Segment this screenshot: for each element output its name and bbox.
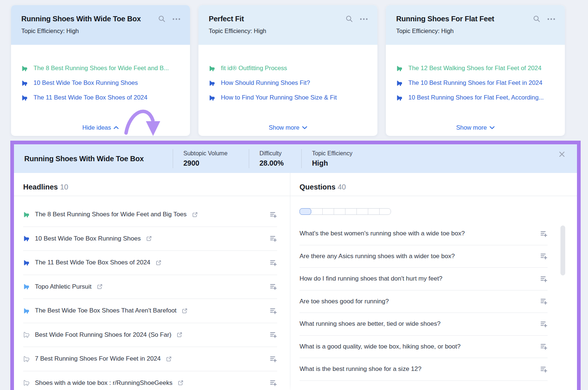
add-to-list-icon[interactable] — [540, 343, 548, 350]
megaphone-icon — [396, 65, 403, 72]
toggle-ideas-link[interactable]: Hide ideas — [82, 124, 119, 131]
add-to-list-icon[interactable] — [540, 230, 548, 238]
megaphone-icon — [21, 80, 28, 87]
annotation-arrow — [124, 104, 165, 142]
question-filters — [300, 208, 391, 215]
idea-item[interactable]: The 10 Best Running Shoes for Flat Feet … — [396, 79, 555, 87]
megaphone-icon — [209, 80, 216, 87]
topic-card-header: Running Shoes For Flat Feet Topic Effici… — [386, 5, 565, 45]
question-row[interactable]: What running shoes are better, tied or w… — [300, 313, 548, 336]
add-to-list-icon[interactable] — [269, 235, 277, 242]
add-to-list-icon[interactable] — [540, 320, 548, 328]
idea-item[interactable]: How Should Running Shoes Fit? — [209, 79, 368, 87]
chevron-down-icon — [302, 126, 307, 129]
topic-card-title: Perfect Fit — [209, 14, 244, 23]
toggle-ideas-link[interactable]: Show more — [456, 124, 494, 131]
question-filter-tab[interactable] — [368, 209, 380, 214]
questions-heading: Questions40 — [290, 173, 577, 196]
question-row[interactable]: What's the best women's running shoe wit… — [300, 223, 548, 245]
add-to-list-icon[interactable] — [269, 355, 277, 363]
headline-row[interactable]: 7 Best Running Shoes For Wide Feet in 20… — [23, 347, 277, 371]
headlines-list: The 8 Best Running Shoes for Wide Feet a… — [14, 196, 290, 390]
question-row[interactable]: How do I find running shoes that don't h… — [300, 268, 548, 290]
close-icon[interactable] — [556, 151, 568, 163]
megaphone-icon — [23, 283, 30, 290]
add-to-list-icon[interactable] — [269, 331, 277, 339]
question-row[interactable]: Are toe shoes good for running? — [300, 290, 548, 313]
idea-item[interactable]: fit id® Outfitting Process — [209, 65, 368, 72]
add-to-list-icon[interactable] — [540, 275, 548, 283]
headline-row[interactable]: Shoes with a wide toe box : r/RunningSho… — [23, 371, 277, 390]
add-to-list-icon[interactable] — [269, 307, 277, 315]
more-options-icon[interactable] — [547, 18, 555, 20]
idea-item[interactable]: How to Find Your Running Shoe Size & Fit — [209, 94, 368, 101]
question-text: How do I find running shoes that don't h… — [300, 275, 442, 282]
headline-row[interactable]: 10 Best Wide Toe Box Running Shoes — [23, 227, 277, 251]
topic-efficiency: Topic Efficiency: High — [396, 28, 555, 35]
topic-card: Running Shoes For Flat Feet Topic Effici… — [386, 5, 565, 136]
search-icon[interactable] — [158, 15, 166, 23]
question-row[interactable]: What is the best running shoe for a size… — [300, 358, 548, 381]
question-filter-tab[interactable] — [300, 209, 311, 214]
megaphone-icon — [23, 331, 30, 338]
question-text: What is the best running shoe for a size… — [300, 365, 422, 373]
question-filter-tab[interactable] — [345, 209, 357, 214]
subtopic-panel-header: Running Shoes With Wide Toe Box Subtopic… — [14, 144, 577, 173]
question-filter-tab[interactable] — [323, 209, 334, 214]
idea-item[interactable]: The 11 Best Wide Toe Box Shoes of 2024 — [21, 94, 180, 101]
add-to-list-icon[interactable] — [269, 211, 277, 219]
question-filter-tab[interactable] — [380, 209, 391, 214]
questions-column: Questions40 What's the best women's runn… — [290, 173, 577, 390]
headline-row[interactable]: The 11 Best Wide Toe Box Shoes of 2024 — [23, 251, 277, 275]
add-to-list-icon[interactable] — [540, 297, 548, 305]
topic-cards-row: Running Shoes With Wide Toe Box Topic Ef… — [11, 5, 565, 136]
question-filter-tab[interactable] — [311, 209, 323, 214]
external-link-icon[interactable] — [156, 260, 161, 266]
megaphone-icon — [23, 379, 30, 386]
megaphone-icon — [21, 94, 28, 101]
question-row[interactable]: What is a good quality, wide toe box, hi… — [300, 336, 548, 358]
subtopic-stat: Topic Efficiency High — [301, 144, 352, 173]
external-link-icon[interactable] — [178, 380, 183, 386]
headline-row[interactable]: The 8 Best Running Shoes for Wide Feet a… — [23, 203, 277, 227]
stat-label: Topic Efficiency — [312, 150, 352, 157]
add-to-list-icon[interactable] — [269, 379, 277, 387]
question-filter-tab[interactable] — [357, 209, 368, 214]
idea-list: The 8 Best Running Shoes for Wide Feet a… — [11, 45, 190, 101]
more-options-icon[interactable] — [172, 18, 180, 20]
questions-count: 40 — [338, 183, 346, 191]
toggle-ideas-link[interactable]: Show more — [269, 124, 307, 131]
scrollbar-thumb[interactable] — [560, 225, 565, 275]
external-link-icon[interactable] — [97, 284, 103, 289]
idea-item-text: The 11 Best Wide Toe Box Shoes of 2024 — [33, 94, 147, 101]
idea-item[interactable]: 10 Best Running Shoes for Flat Feet, Acc… — [396, 94, 555, 101]
idea-item[interactable]: 10 Best Wide Toe Box Running Shoes — [21, 79, 180, 87]
idea-item-text: The 10 Best Running Shoes for Flat Feet … — [408, 79, 542, 87]
megaphone-icon — [23, 307, 30, 314]
add-to-list-icon[interactable] — [269, 283, 277, 290]
megaphone-icon — [23, 355, 30, 362]
question-filter-tab[interactable] — [334, 209, 345, 214]
add-to-list-icon[interactable] — [269, 259, 277, 267]
headline-row[interactable]: Topo Athletic Pursuit — [23, 275, 277, 299]
add-to-list-icon[interactable] — [540, 252, 548, 260]
search-icon[interactable] — [345, 15, 353, 23]
external-link-icon[interactable] — [182, 308, 187, 314]
subtopic-stats: Subtopic Volume 2900 Difficulty 28.00% T… — [173, 144, 352, 173]
external-link-icon[interactable] — [192, 212, 198, 217]
question-row[interactable]: Are there any Asics running shoes with a… — [300, 245, 548, 268]
megaphone-icon — [396, 94, 403, 101]
external-link-icon[interactable] — [166, 356, 172, 362]
headline-row[interactable]: The Best Wide Toe Box Shoes That Aren't … — [23, 299, 277, 323]
idea-item[interactable]: The 12 Best Walking Shoes for Flat Feet … — [396, 65, 555, 72]
search-icon[interactable] — [533, 15, 541, 23]
idea-item-text: 10 Best Running Shoes for Flat Feet, Acc… — [408, 94, 544, 101]
external-link-icon[interactable] — [146, 236, 152, 241]
external-link-icon[interactable] — [177, 332, 182, 337]
add-to-list-icon[interactable] — [540, 365, 548, 373]
headline-text: Best Wide Foot Running Shoes for 2024 (S… — [35, 331, 171, 339]
idea-item[interactable]: The 8 Best Running Shoes for Wide Feet a… — [21, 65, 180, 72]
more-options-icon[interactable] — [360, 18, 368, 20]
headline-row[interactable]: Best Wide Foot Running Shoes for 2024 (S… — [23, 323, 277, 347]
topic-card-header: Perfect Fit Topic Efficiency: High — [198, 5, 377, 45]
